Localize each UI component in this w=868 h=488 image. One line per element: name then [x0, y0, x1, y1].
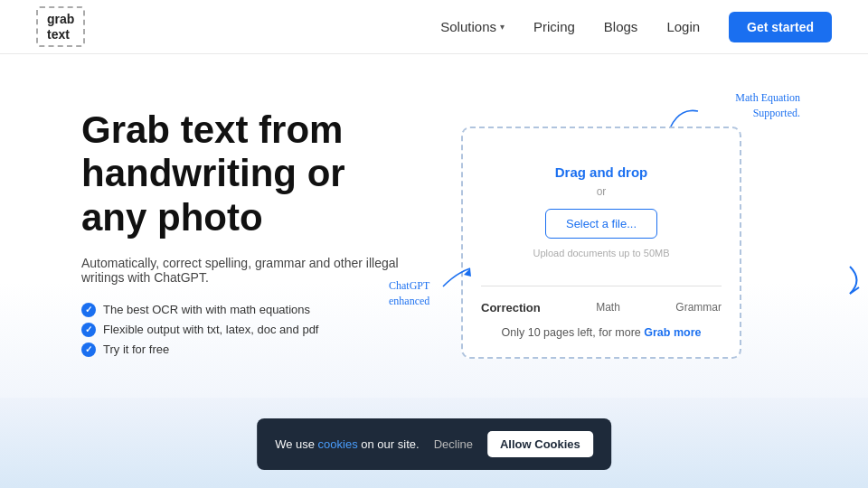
controls-row: Correction Math Grammar [481, 296, 722, 319]
grab-more-link[interactable]: Grab more [644, 326, 701, 339]
check-icon [81, 303, 96, 317]
cookie-text: We use cookies on our site. [275, 437, 419, 451]
feature-text: The best OCR with with math equations [103, 303, 310, 316]
feature-list: The best OCR with with math equations Fl… [81, 303, 416, 357]
nav-pricing[interactable]: Pricing [533, 19, 575, 34]
deco-arrow-right-icon [841, 262, 868, 298]
list-item: Try it for free [81, 343, 416, 357]
nav-solutions[interactable]: Solutions ▾ [440, 19, 505, 34]
upload-area: Math Equation Supported. Drag and drop o… [434, 99, 814, 359]
list-item: Flexible output with txt, latex, doc and… [81, 323, 416, 337]
grab-more-row: Only 10 pages left, for more Grab more [481, 319, 722, 339]
or-text: or [481, 185, 722, 198]
math-annotation: Math Equation Supported. [735, 90, 800, 121]
logo[interactable]: grab text [36, 6, 85, 48]
nav-links: Solutions ▾ Pricing Blogs Login Get star… [440, 12, 832, 42]
hero-section: Grab text from handwriting or any photo … [0, 54, 868, 434]
chatgpt-arrow-icon [439, 264, 475, 291]
hero-left: Grab text from handwriting or any photo … [81, 99, 416, 371]
cookie-decline-button[interactable]: Decline [432, 437, 475, 451]
get-started-button[interactable]: Get started [729, 12, 832, 42]
cookie-banner: We use cookies on our site. Decline Allo… [257, 418, 611, 470]
grammar-label: Grammar [675, 301, 722, 314]
chevron-down-icon: ▾ [500, 22, 505, 32]
cookie-link[interactable]: cookies [318, 437, 358, 451]
feature-text: Try it for free [103, 343, 169, 356]
correction-label: Correction [481, 301, 541, 314]
upload-card: Drag and drop or Select a file... Upload… [461, 127, 741, 359]
hero-title: Grab text from handwriting or any photo [81, 108, 416, 239]
navbar: grab text Solutions ▾ Pricing Blogs Logi… [0, 0, 868, 54]
list-item: The best OCR with with math equations [81, 303, 416, 317]
select-file-button[interactable]: Select a file... [545, 209, 657, 239]
cookie-allow-button[interactable]: Allow Cookies [487, 431, 593, 457]
dropzone[interactable]: Drag and drop or Select a file... Upload… [481, 155, 722, 277]
math-label: Math [596, 301, 620, 314]
upload-hint: Upload documents up to 50MB [481, 248, 722, 258]
hero-subtitle: Automatically, correct spelling, grammar… [81, 256, 416, 285]
nav-login[interactable]: Login [666, 19, 700, 34]
toggle-thumb [555, 301, 568, 314]
feature-text: Flexible output with txt, latex, doc and… [103, 323, 318, 336]
divider [481, 286, 722, 286]
drag-drop-text: Drag and drop [481, 164, 722, 180]
correction-toggle[interactable] [553, 299, 583, 315]
nav-blogs[interactable]: Blogs [604, 19, 638, 34]
toggle-thumb [635, 301, 647, 314]
check-icon [81, 343, 96, 357]
chatgpt-annotation: ChatGPT enhanced [389, 278, 429, 309]
math-toggle[interactable] [633, 299, 663, 315]
check-icon [81, 323, 96, 337]
